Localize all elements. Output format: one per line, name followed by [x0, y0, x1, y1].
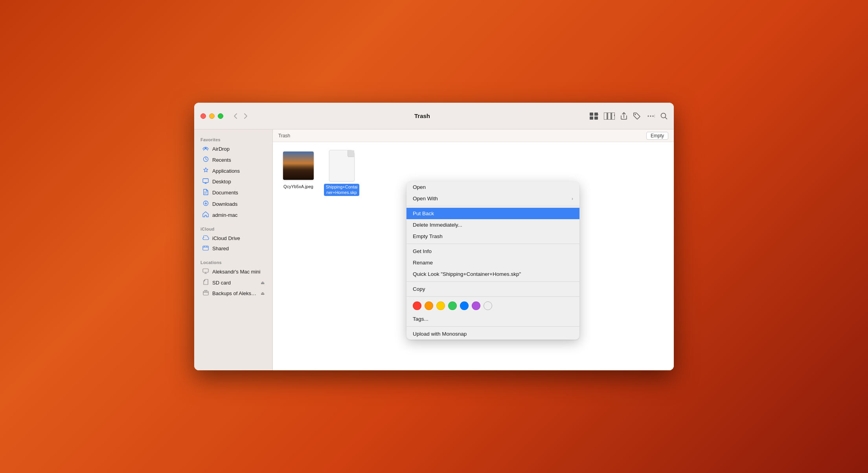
cm-empty-trash[interactable]: Empty Trash: [406, 231, 579, 242]
cm-divider-3: [406, 281, 579, 282]
sidebar-item-mac-mini[interactable]: Aleksandr's Mac mini: [197, 266, 270, 277]
cm-empty-trash-label: Empty Trash: [413, 233, 573, 239]
close-button[interactable]: [200, 113, 206, 119]
icloud-drive-label: iCloud Drive: [212, 235, 240, 241]
tag-color-yellow[interactable]: [436, 301, 445, 310]
cm-copy-label: Copy: [413, 286, 573, 292]
window-title: Trash: [255, 113, 590, 119]
sidebar-item-desktop[interactable]: Desktop: [197, 176, 270, 187]
cm-copy[interactable]: Copy: [406, 283, 579, 295]
nav-buttons: [231, 111, 250, 121]
share-icon[interactable]: [620, 112, 627, 120]
cm-tags-colors-row: [406, 298, 579, 313]
sidebar-item-sd-card[interactable]: SD card ⏏: [197, 277, 270, 288]
tag-icon[interactable]: [633, 112, 641, 120]
maximize-button[interactable]: [218, 113, 223, 119]
home-label: admin-mac: [212, 212, 237, 218]
forward-button[interactable]: [241, 111, 250, 121]
cm-tags[interactable]: Tags...: [406, 313, 579, 325]
sd-card-eject[interactable]: ⏏: [261, 280, 265, 285]
sidebar-item-backups[interactable]: Backups of Aleksa... ⏏: [197, 288, 270, 299]
backups-eject[interactable]: ⏏: [261, 291, 265, 296]
jpeg-filename: QcyYb5xA.jpeg: [283, 184, 313, 189]
svg-rect-0: [590, 113, 593, 116]
sidebar-item-documents[interactable]: Documents: [197, 187, 270, 198]
sd-card-icon: [202, 279, 209, 286]
icloud-label: iCloud: [194, 224, 272, 233]
sidebar: Favorites AirDrop: [194, 129, 273, 370]
jpeg-thumbnail: [283, 152, 314, 180]
tag-color-purple[interactable]: [472, 301, 480, 310]
svg-point-10: [653, 115, 654, 116]
svg-rect-13: [203, 179, 208, 183]
svg-rect-17: [203, 291, 208, 295]
cm-quick-look[interactable]: Quick Look "Shipping+Container+Homes.skp…: [406, 268, 579, 280]
downloads-icon: [202, 200, 209, 207]
toolbar: Trash: [194, 103, 674, 129]
mac-mini-label: Aleksandr's Mac mini: [212, 269, 260, 275]
toolbar-actions: [590, 112, 668, 120]
traffic-lights: [200, 113, 223, 119]
icloud-drive-icon: [202, 235, 209, 241]
cm-open-with-arrow: ›: [572, 196, 573, 201]
mac-mini-icon: [202, 268, 209, 275]
cm-rename[interactable]: Rename: [406, 257, 579, 268]
shared-label: Shared: [212, 246, 229, 251]
recents-label: Recents: [212, 157, 231, 163]
cm-divider-2: [406, 244, 579, 244]
airdrop-label: AirDrop: [212, 146, 230, 152]
sidebar-item-home[interactable]: admin-mac: [197, 209, 270, 220]
skp-filename: Shipping+Container+Homes.skp: [324, 184, 359, 196]
sidebar-item-downloads[interactable]: Downloads: [197, 198, 270, 209]
cm-put-back-label: Put Back: [413, 211, 573, 216]
backups-label: Backups of Aleksa...: [212, 290, 257, 296]
cm-divider-4: [406, 296, 579, 297]
cm-delete-immediately[interactable]: Delete Immediately...: [406, 219, 579, 231]
cm-open-with[interactable]: Open With ›: [406, 193, 579, 204]
svg-point-7: [635, 114, 636, 115]
svg-rect-1: [594, 113, 598, 116]
file-item-skp[interactable]: Shipping+Container+Homes.skp: [324, 150, 359, 196]
svg-rect-15: [203, 246, 208, 250]
airdrop-icon: [202, 146, 209, 152]
file-item-jpeg[interactable]: QcyYb5xA.jpeg: [281, 150, 316, 196]
svg-point-8: [648, 115, 649, 116]
grid-view-icon[interactable]: [590, 113, 598, 120]
tag-color-red[interactable]: [413, 301, 421, 310]
cm-put-back[interactable]: Put Back: [406, 208, 579, 219]
documents-icon: [202, 189, 209, 196]
more-icon[interactable]: [646, 113, 655, 120]
tag-color-orange[interactable]: [425, 301, 433, 310]
cm-quick-look-label: Quick Look "Shipping+Container+Homes.skp…: [413, 271, 573, 277]
sidebar-item-applications[interactable]: Applications: [197, 165, 270, 176]
cm-open[interactable]: Open: [406, 181, 579, 193]
tag-color-green[interactable]: [448, 301, 457, 310]
svg-rect-4: [604, 113, 607, 120]
locations-label: Locations: [194, 257, 272, 266]
cm-rename-label: Rename: [413, 260, 573, 266]
sidebar-item-recents[interactable]: Recents: [197, 154, 270, 165]
sidebar-item-icloud-drive[interactable]: iCloud Drive: [197, 233, 270, 243]
downloads-label: Downloads: [212, 201, 237, 207]
column-view-icon[interactable]: [604, 113, 615, 120]
sidebar-item-airdrop[interactable]: AirDrop: [197, 144, 270, 154]
cm-upload-monosnap-label: Upload with Monosnap: [413, 331, 573, 337]
tag-color-blue[interactable]: [460, 301, 469, 310]
cm-get-info[interactable]: Get Info: [406, 246, 579, 257]
search-icon[interactable]: [660, 113, 668, 120]
cm-get-info-label: Get Info: [413, 248, 573, 254]
generic-file-icon: [329, 150, 355, 181]
back-button[interactable]: [231, 111, 240, 121]
tag-color-none[interactable]: [484, 301, 492, 310]
cm-divider-5: [406, 326, 579, 327]
file-icon-skp: [326, 150, 357, 181]
recents-icon: [202, 156, 209, 163]
home-icon: [202, 211, 209, 218]
svg-point-18: [204, 290, 207, 291]
minimize-button[interactable]: [209, 113, 215, 119]
empty-trash-button[interactable]: Empty: [646, 132, 668, 140]
svg-rect-5: [608, 113, 611, 120]
cm-upload-monosnap[interactable]: Upload with Monosnap: [406, 328, 579, 340]
path-bar-label: Trash: [278, 133, 290, 139]
sidebar-item-shared[interactable]: Shared: [197, 243, 270, 254]
